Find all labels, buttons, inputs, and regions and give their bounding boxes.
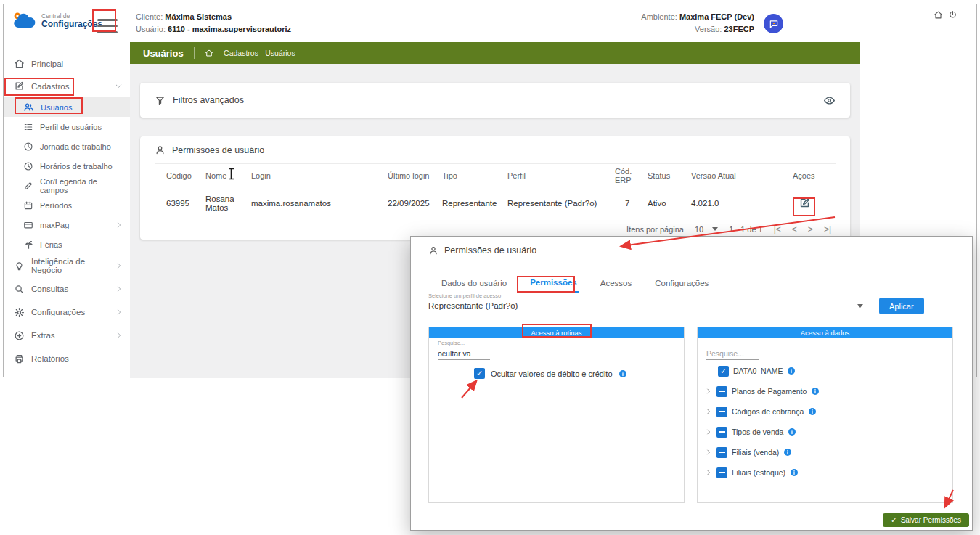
dropdown-caret-icon: [857, 304, 863, 308]
tab-acessos[interactable]: Acessos: [599, 273, 633, 293]
breadcrumb-home-icon[interactable]: [205, 49, 213, 57]
chevron-right-icon: [115, 285, 123, 293]
checkbox-indeterminate[interactable]: [716, 427, 727, 438]
sidebar-item-configuracoes[interactable]: Configurações: [4, 301, 130, 324]
previous-page-button[interactable]: <: [792, 224, 797, 234]
sidebar-item-cadastros[interactable]: Cadastros: [4, 75, 130, 97]
profile-select-value-row: Representante (Padr?o): [428, 299, 865, 314]
column-header-versao-atual: Versão Atual: [691, 171, 793, 180]
info-icon[interactable]: [808, 407, 817, 416]
last-page-button[interactable]: >|: [824, 224, 831, 234]
apply-button[interactable]: Aplicar: [879, 298, 924, 314]
sidebar-item-ferias[interactable]: Férias: [4, 234, 130, 254]
routine-item[interactable]: Ocultar valores de débito e crédito: [474, 368, 627, 379]
data-access-item[interactable]: DATA0_NAME: [698, 361, 952, 381]
breadcrumb: - Cadastros - Usuários: [219, 49, 295, 57]
checkbox-indeterminate[interactable]: [716, 386, 727, 397]
sidebar-item-consultas[interactable]: Consultas: [4, 277, 130, 301]
client-label: Cliente:: [136, 12, 163, 21]
cell-nome: Rosana Matos: [205, 195, 251, 212]
routine-search-input[interactable]: [438, 348, 490, 360]
data-access-item[interactable]: Planos de Pagamento: [698, 381, 952, 401]
env-line: Ambiente: Maxima FECP (Dev): [641, 11, 754, 23]
info-icon[interactable]: [783, 448, 792, 457]
items-per-page-label: Itens por página: [626, 225, 684, 234]
chevron-right-icon[interactable]: [705, 388, 712, 395]
clock-icon: [23, 142, 33, 152]
chevron-right-icon[interactable]: [705, 408, 712, 415]
data-access-item[interactable]: Códigos de cobrança: [698, 401, 952, 422]
hamburger-bar: [97, 31, 118, 33]
user-permissions-modal: Permissões de usuário Dados do usuário P…: [410, 236, 973, 531]
user-line: Usuário: 6110 - maxima.supervisorautoriz: [136, 23, 291, 36]
profile-select[interactable]: Selecione um perfil de acesso Representa…: [428, 293, 865, 314]
tab-dados-do-usuario[interactable]: Dados do usuário: [440, 273, 508, 293]
first-page-button[interactable]: |<: [774, 224, 781, 234]
sidebar-item-cor-legenda-de-campos[interactable]: Cor/Legenda de campos: [4, 176, 130, 195]
data-item-label: Códigos de cobrança: [732, 407, 804, 416]
checkbox-checked[interactable]: [718, 366, 729, 377]
checkbox-checked[interactable]: [474, 368, 485, 379]
edit-user-button[interactable]: [799, 197, 836, 209]
edit-square-icon: [14, 81, 25, 91]
tab-permissoes[interactable]: Permissões: [528, 273, 579, 293]
app-logo[interactable]: Central de Configurações: [11, 11, 102, 30]
modal-tabs: Dados do usuário Permissões Acessos Conf…: [428, 273, 955, 293]
sidebar-item-principal[interactable]: Principal: [4, 52, 130, 75]
data-search-input[interactable]: [706, 348, 759, 360]
advanced-filters-card[interactable]: Filtros avançados: [140, 83, 850, 118]
column-header-login: Login: [251, 171, 388, 180]
page-title: Usuários: [143, 48, 184, 59]
sidebar-item-periodos[interactable]: Períodos: [4, 195, 130, 215]
data-access-item[interactable]: Filiais (venda): [698, 442, 952, 462]
env-value: Maxima FECP (Dev): [679, 12, 754, 21]
chevron-right-icon[interactable]: [705, 469, 712, 476]
column-header-cod-erp: Cód. ERP: [615, 167, 648, 184]
info-icon[interactable]: [811, 387, 820, 396]
chevron-right-icon: [115, 309, 123, 316]
dropdown-caret-icon: [712, 227, 718, 231]
chevron-down-icon: [115, 82, 123, 90]
sidebar-item-inteligencia-de-negocio[interactable]: Inteligência de Negócio: [4, 254, 130, 277]
version-label: Versão:: [695, 25, 722, 33]
sidebar-item-usuarios[interactable]: Usuários: [4, 97, 130, 117]
info-icon[interactable]: [790, 468, 799, 477]
sidebar-item-label: Extras: [31, 331, 55, 340]
sidebar-item-jornada-de-trabalho[interactable]: Jornada de trabalho: [4, 136, 130, 156]
sidebar-item-maxpag[interactable]: maxPag: [4, 215, 130, 234]
visibility-toggle-button[interactable]: [823, 94, 836, 107]
logout-button[interactable]: [948, 8, 957, 21]
items-per-page-select[interactable]: 10: [695, 225, 718, 234]
client-value: Máxima Sistemas: [165, 12, 232, 21]
checkbox-indeterminate[interactable]: [716, 447, 727, 458]
hamburger-bar: [97, 19, 118, 21]
chevron-right-icon: [115, 262, 123, 269]
sidebar-item-relatorios[interactable]: Relatórios: [4, 347, 130, 370]
tab-configuracoes[interactable]: Configurações: [653, 273, 710, 293]
info-icon[interactable]: [787, 367, 796, 375]
sidebar-item-label: Relatórios: [31, 354, 69, 363]
sidebar-item-extras[interactable]: Extras: [4, 324, 130, 347]
column-header-codigo: Código: [155, 171, 205, 180]
data-access-list: DATA0_NAME Planos de Pagamento Códigos d…: [698, 361, 952, 483]
data-access-item[interactable]: Filiais (estoque): [698, 462, 952, 483]
column-header-ultimo-login: Último login: [388, 171, 442, 180]
chevron-right-icon[interactable]: [705, 449, 712, 456]
checkbox-indeterminate[interactable]: [716, 467, 727, 478]
info-icon[interactable]: [618, 369, 627, 378]
chat-button[interactable]: [764, 14, 783, 33]
checkbox-indeterminate[interactable]: [716, 407, 727, 417]
hamburger-menu-icon[interactable]: [97, 19, 118, 33]
data-access-item[interactable]: Tipos de venda: [698, 422, 952, 442]
home-shortcut-button[interactable]: [934, 8, 943, 21]
info-icon[interactable]: [788, 428, 796, 436]
pagination-range: 1 - 1 de 1: [729, 225, 762, 234]
sidebar-item-perfil-de-usuarios[interactable]: Perfil de usuários: [4, 117, 130, 136]
next-page-button[interactable]: >: [808, 224, 813, 234]
save-permissions-button[interactable]: ✓ Salvar Permissões: [883, 513, 969, 527]
sidebar-item-horarios-de-trabalho[interactable]: Horários de trabalho: [4, 156, 130, 176]
cell-perfil: Representante (Padr?o): [507, 199, 615, 208]
title-divider: [194, 47, 195, 59]
chevron-right-icon[interactable]: [705, 428, 712, 436]
card-icon: [23, 220, 33, 230]
